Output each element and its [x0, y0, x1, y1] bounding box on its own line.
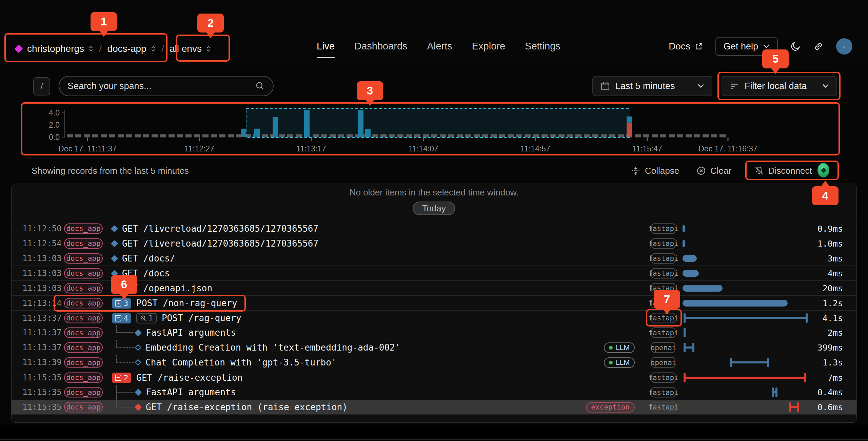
duration-bar-cap	[684, 343, 686, 352]
span-name: GET /raise-exception (raise_exception)	[146, 402, 348, 412]
table-row[interactable]: 11:13:37docs_app−41POST /rag-queryfastap…	[12, 310, 856, 325]
row-timestamp: 11:13:03	[22, 269, 62, 278]
span-name: GET /livereload/1270363685/1270365567	[122, 238, 318, 249]
table-row[interactable]: 11:13:37docs_appFastAPI argumentsfastapi…	[12, 325, 856, 340]
children-count-badge[interactable]: −4	[112, 313, 131, 323]
table-row[interactable]: 11:13:39docs_appChat Completion with 'gp…	[12, 355, 856, 370]
get-help-label: Get help	[724, 41, 758, 52]
filter-label: Filter local data	[745, 81, 807, 91]
span-content: Embedding Creation with 'text-embedding-…	[136, 340, 400, 355]
span-kind-diamond-icon	[135, 403, 142, 411]
annotation-badge-7: 7	[654, 290, 680, 309]
top-header: christophergs / docs-app / all envs Live…	[0, 0, 868, 63]
span-content: −2GET /raise-exception	[112, 370, 242, 385]
table-row[interactable]: 11:12:50docs_appGET /livereload/12703636…	[12, 221, 856, 236]
duration-label: 1.3s	[823, 358, 843, 368]
span-content: FastAPI arguments	[136, 325, 236, 340]
children-count: 3	[124, 299, 128, 308]
bottom-strip	[0, 424, 868, 441]
llm-badge: LLM	[604, 342, 635, 353]
today-button[interactable]: Today	[413, 202, 455, 215]
chart-bar	[254, 129, 260, 137]
table-row[interactable]: 11:13:14docs_app+3POST /non-rag-queryfas…	[12, 295, 856, 310]
children-count-badge[interactable]: −2	[112, 373, 131, 383]
duration-bar	[684, 343, 694, 352]
span-name: GET /docs/	[122, 253, 175, 264]
user-avatar[interactable]: -	[836, 38, 852, 55]
table-row[interactable]: 11:12:54docs_appGET /livereload/12703636…	[12, 236, 856, 251]
activity-chart[interactable]: 4.02.00.0Dec 17. 11:11:3711:12:2711:13:1…	[21, 102, 840, 155]
table-row[interactable]: 11:13:37docs_appEmbedding Creation with …	[12, 340, 856, 355]
chevron-down-icon	[822, 84, 829, 88]
tree-connector	[116, 385, 134, 400]
filter-local-data-button[interactable]: Filter local data	[722, 76, 837, 96]
docs-label: Docs	[669, 41, 690, 52]
tech-badge-fastapi: fastapi	[651, 268, 675, 278]
disconnect-button[interactable]: Disconnect	[754, 163, 812, 178]
span-kind-diamond-icon	[111, 225, 118, 232]
tab-alerts[interactable]: Alerts	[427, 34, 452, 58]
duration-bar	[789, 402, 799, 412]
row-timestamp: 11:13:37	[22, 313, 62, 323]
tab-live[interactable]: Live	[317, 34, 335, 58]
link-icon	[813, 41, 824, 52]
table-row[interactable]: 11:15:35docs_appFastAPI argumentsfastapi…	[12, 385, 856, 400]
span-content: GET /livereload/1270363685/1270365567	[112, 221, 318, 236]
span-name: POST /rag-query	[162, 313, 241, 323]
docs-link[interactable]: Docs	[669, 41, 703, 52]
duration-bar	[683, 270, 699, 277]
llm-dot-icon	[609, 346, 613, 350]
share-link-button[interactable]	[813, 41, 824, 52]
table-row[interactable]: 11:13:03docs_appGET /docsfastapi4ms	[12, 266, 856, 280]
x-tick-label: Dec 17. 11:16:37	[698, 144, 757, 153]
x-tick-label: Dec 17. 11:11:37	[58, 144, 117, 153]
duration-label: 0.6ms	[817, 402, 843, 412]
search-input[interactable]	[67, 81, 251, 91]
duration-bar-cap	[797, 402, 799, 412]
row-timestamp: 11:15:35	[22, 373, 62, 382]
y-tick-label: 2.0	[49, 121, 60, 129]
duration-label: 7ms	[828, 373, 843, 382]
llm-label: LLM	[616, 343, 630, 352]
chart-bar	[273, 117, 278, 137]
table-row[interactable]: 11:15:35docs_app−2GET /raise-exceptionfa…	[12, 370, 856, 385]
clear-button[interactable]: Clear	[696, 163, 731, 178]
tech-badge-openai: openai	[651, 342, 675, 353]
time-range-button[interactable]: Last 5 minutes	[592, 76, 712, 96]
tab-settings[interactable]: Settings	[525, 34, 560, 58]
annotation-badge-6: 6	[111, 275, 137, 294]
breadcrumb: christophergs / docs-app / all envs	[16, 39, 211, 58]
search-box	[59, 76, 274, 96]
filter-icon	[730, 81, 739, 91]
duration-label: 20ms	[823, 283, 843, 293]
duration-bar	[684, 328, 686, 337]
annotation-badge-2: 2	[197, 14, 224, 33]
row-timestamp: 11:13:37	[22, 343, 62, 352]
duration-bar-cap	[789, 402, 791, 412]
service-tag-badge: docs_app	[64, 298, 103, 308]
tab-dashboards[interactable]: Dashboards	[354, 34, 407, 58]
org-selector[interactable]: christophergs	[27, 43, 94, 54]
duration-bar	[683, 255, 697, 262]
project-selector[interactable]: docs-app	[107, 43, 156, 54]
theme-toggle-button[interactable]	[790, 41, 801, 52]
clear-icon	[696, 166, 706, 175]
duration-bar-line	[684, 377, 806, 379]
collapse-icon	[631, 166, 640, 175]
tab-explore[interactable]: Explore	[472, 34, 505, 58]
span-kind-diamond-icon	[111, 240, 118, 247]
header-actions: Docs Get help -	[669, 36, 852, 57]
table-row[interactable]: 11:15:35docs_appGET /raise-exception (ra…	[12, 400, 856, 415]
env-selector[interactable]: all envs	[170, 43, 211, 54]
table-row[interactable]: 11:13:03docs_appGET /openapi.jsonfastapi…	[12, 280, 856, 295]
span-name: FastAPI arguments	[146, 328, 236, 338]
span-kind-diamond-icon	[135, 329, 142, 336]
collapse-button[interactable]: Collapse	[631, 163, 679, 178]
search-shortcut-key: /	[33, 77, 50, 96]
service-tag-badge: docs_app	[64, 402, 103, 412]
duration-label: 0.4ms	[817, 387, 843, 397]
env-name: all envs	[170, 43, 202, 54]
table-row[interactable]: 11:13:03docs_appGET /docs/fastapi3ms	[12, 251, 856, 266]
sort-chevrons-icon	[206, 45, 211, 52]
logfire-live-view: christophergs / docs-app / all envs Live…	[0, 0, 868, 441]
